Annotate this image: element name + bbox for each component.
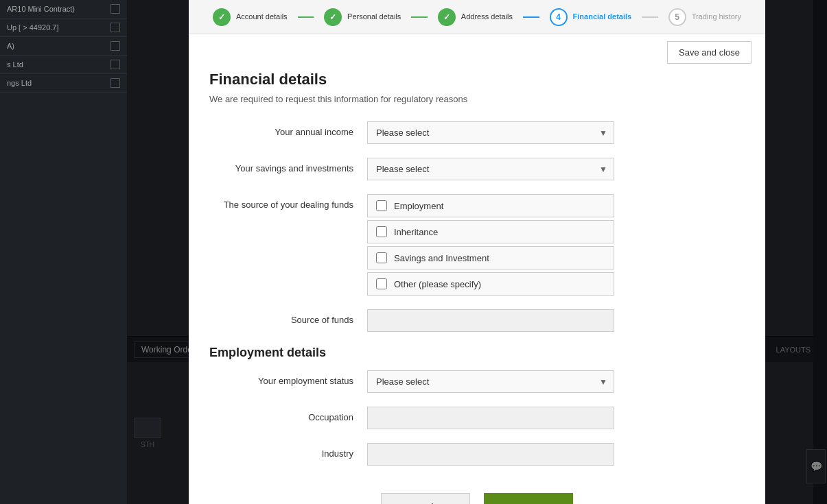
- step-financial-details: 4 Financial details: [539, 8, 642, 26]
- sidebar-item: A): [0, 37, 127, 56]
- modal-body: Financial details We are required to req…: [189, 71, 765, 504]
- occupation-control: [367, 407, 745, 429]
- page-title: Financial details: [209, 71, 745, 88]
- source-funds-text-input[interactable]: [367, 309, 614, 332]
- annual-income-select-wrapper: Please select Under £25,000 £25,000 - £5…: [367, 121, 614, 144]
- employment-status-label: Your employment status: [209, 370, 367, 386]
- modal-topbar: Save and close: [189, 34, 765, 71]
- next-button[interactable]: Next: [484, 493, 573, 504]
- annual-income-select[interactable]: Please select Under £25,000 £25,000 - £5…: [367, 121, 614, 144]
- savings-investments-control: Please select Under £10,000 £10,000 - £5…: [367, 158, 745, 180]
- savings-checkbox[interactable]: [376, 252, 387, 263]
- occupation-input[interactable]: [367, 407, 614, 429]
- step-address-details: ✓ Address details: [428, 8, 523, 26]
- page-subtitle: We are required to request this informat…: [209, 94, 745, 104]
- button-row: Back Next: [209, 479, 745, 504]
- step-trading-history: 5 Trading history: [658, 8, 752, 26]
- step-2-circle: ✓: [324, 8, 342, 26]
- connector-2: [411, 16, 427, 18]
- employment-status-control: Please select Employed Self-employed Ret…: [367, 370, 745, 393]
- savings-investments-row: Your savings and investments Please sele…: [209, 158, 745, 180]
- annual-income-row: Your annual income Please select Under £…: [209, 121, 745, 144]
- step-personal-details: ✓ Personal details: [314, 8, 411, 26]
- other-label: Other (please specify): [394, 279, 481, 289]
- employment-label: Employment: [394, 201, 443, 211]
- connector-3: [523, 16, 539, 18]
- occupation-row: Occupation: [209, 407, 745, 429]
- employment-checkbox[interactable]: [376, 200, 387, 211]
- progress-bar: ✓ Account details ✓ Personal details ✓ A…: [189, 0, 765, 34]
- step-4-circle: 4: [550, 8, 568, 26]
- financial-details-modal: ✓ Account details ✓ Personal details ✓ A…: [189, 0, 765, 504]
- savings-investments-select-wrapper: Please select Under £10,000 £10,000 - £5…: [367, 158, 614, 180]
- employment-section-title: Employment details: [209, 346, 745, 360]
- industry-control: [367, 443, 745, 466]
- employment-checkbox-item[interactable]: Employment: [367, 194, 614, 217]
- employment-status-select[interactable]: Please select Employed Self-employed Ret…: [367, 370, 614, 393]
- step-account-details: ✓ Account details: [202, 8, 298, 26]
- step-1-label: Account details: [236, 12, 288, 21]
- step-3-label: Address details: [461, 12, 513, 21]
- save-close-button[interactable]: Save and close: [667, 41, 752, 64]
- step-5-label: Trading history: [692, 12, 741, 21]
- back-button[interactable]: Back: [381, 493, 470, 504]
- sidebar-item: s Ltd: [0, 56, 127, 74]
- industry-input[interactable]: [367, 443, 614, 466]
- source-funds-text-label: Source of funds: [209, 309, 367, 325]
- employment-status-row: Your employment status Please select Emp…: [209, 370, 745, 393]
- connector-1: [298, 16, 314, 18]
- sidebar-item: AR10 Mini Contract): [0, 0, 127, 19]
- source-funds-checkboxes: Employment Inheritance Savings and Inves…: [367, 194, 614, 296]
- step-5-circle: 5: [668, 8, 686, 26]
- other-checkbox[interactable]: [376, 278, 387, 289]
- connector-4: [642, 16, 657, 18]
- savings-investments-select[interactable]: Please select Under £10,000 £10,000 - £5…: [367, 158, 614, 180]
- industry-label: Industry: [209, 443, 367, 459]
- source-funds-text-row: Source of funds: [209, 309, 745, 332]
- industry-row: Industry: [209, 443, 745, 466]
- step-3-circle: ✓: [438, 8, 456, 26]
- source-funds-text-control: [367, 309, 745, 332]
- step-4-label: Financial details: [573, 12, 632, 21]
- sidebar-item: ngs Ltd: [0, 74, 127, 93]
- other-checkbox-item[interactable]: Other (please specify): [367, 272, 614, 296]
- source-funds-control: Employment Inheritance Savings and Inves…: [367, 194, 745, 296]
- savings-checkbox-item[interactable]: Savings and Investment: [367, 246, 614, 269]
- step-2-label: Personal details: [347, 12, 401, 21]
- inheritance-checkbox[interactable]: [376, 226, 387, 237]
- annual-income-control: Please select Under £25,000 £25,000 - £5…: [367, 121, 745, 144]
- employment-status-select-wrapper: Please select Employed Self-employed Ret…: [367, 370, 614, 393]
- sidebar-item: Up [ > 44920.7]: [0, 19, 127, 37]
- source-funds-row: The source of your dealing funds Employm…: [209, 194, 745, 296]
- sidebar-panel: AR10 Mini Contract) Up [ > 44920.7] A) s…: [0, 0, 127, 504]
- savings-label: Savings and Investment: [394, 253, 489, 263]
- modal-overlay: ✓ Account details ✓ Personal details ✓ A…: [127, 0, 827, 504]
- inheritance-checkbox-item[interactable]: Inheritance: [367, 220, 614, 243]
- annual-income-label: Your annual income: [209, 121, 367, 137]
- step-1-circle: ✓: [213, 8, 231, 26]
- occupation-label: Occupation: [209, 407, 367, 422]
- inheritance-label: Inheritance: [394, 227, 438, 237]
- savings-investments-label: Your savings and investments: [209, 158, 367, 173]
- source-funds-label: The source of your dealing funds: [209, 194, 367, 210]
